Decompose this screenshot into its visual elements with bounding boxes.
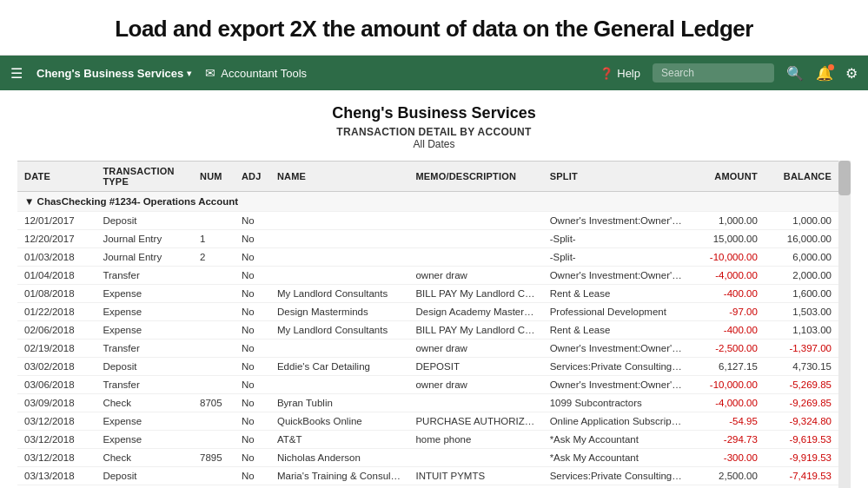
search-input[interactable]: [653, 63, 774, 82]
cell-name: [270, 340, 409, 358]
table-row[interactable]: 03/12/2018 Expense No QuickBooks Online …: [17, 412, 838, 431]
cell-split: -Split-: [543, 230, 691, 248]
table-row[interactable]: 03/12/2018 Expense No AT&T home phone *A…: [17, 431, 838, 449]
cell-date: 03/12/2018: [17, 431, 96, 449]
table-row[interactable]: 03/13/2018 Deposit No Maria's Training &…: [17, 467, 838, 485]
cell-split: *Ask My Accountant: [543, 449, 691, 467]
cell-name: Nicholas Anderson: [270, 449, 409, 467]
col-date: DATE: [17, 162, 96, 192]
cell-type: Transfer: [96, 340, 193, 358]
cell-balance: 1,000.00: [765, 212, 838, 230]
table-row[interactable]: 03/13/2018 Deposit No 1. Monthly Masterm…: [17, 485, 838, 489]
cell-amount: -400.00: [691, 285, 765, 303]
cell-date: 03/13/2018: [17, 467, 96, 485]
cell-adj: No: [235, 358, 270, 376]
cell-type: Check: [96, 394, 193, 412]
help-button[interactable]: ❓ Help: [600, 67, 640, 80]
cell-type: Expense: [96, 431, 193, 449]
cell-date: 01/08/2018: [17, 285, 96, 303]
cell-memo: INTUIT PYMTS: [408, 485, 542, 489]
cell-amount: -10,000.00: [691, 376, 765, 394]
cell-split: Services:Private Consulting M...: [543, 467, 691, 485]
cell-name: [270, 376, 409, 394]
col-type: TRANSACTION TYPE: [96, 162, 193, 192]
report-subtitle: TRANSACTION DETAIL BY ACCOUNT: [17, 126, 851, 138]
settings-icon[interactable]: ⚙: [845, 65, 858, 82]
cell-amount: -4,000.00: [691, 394, 765, 412]
nav-bar: ☰ Cheng's Business Services ▾ ✉ Accounta…: [0, 56, 868, 90]
cell-balance: 1,600.00: [765, 285, 838, 303]
group-header-row: ▼ ChasChecking #1234- Operations Account: [17, 192, 838, 212]
table-row[interactable]: 03/02/2018 Deposit No Eddie's Car Detail…: [17, 358, 838, 376]
cell-memo: owner draw: [408, 340, 542, 358]
cell-date: 03/12/2018: [17, 412, 96, 431]
cell-memo: INTUIT PYMTS: [408, 467, 542, 485]
cell-split: Services:Private Consulting M...: [543, 358, 691, 376]
col-memo: MEMO/DESCRIPTION: [408, 162, 542, 192]
vertical-scrollbar[interactable]: [838, 161, 851, 488]
cell-balance: -4,019.53: [765, 485, 838, 489]
cell-balance: -7,419.53: [765, 467, 838, 485]
hamburger-icon[interactable]: ☰: [10, 65, 23, 82]
cell-balance: 6,000.00: [765, 248, 838, 267]
cell-name: Eddie's Car Detailing: [270, 358, 409, 376]
search-icon[interactable]: 🔍: [786, 65, 804, 82]
scrollbar-thumb[interactable]: [838, 161, 851, 195]
cell-type: Expense: [96, 303, 193, 321]
cell-balance: -9,269.85: [765, 394, 838, 412]
cell-num: [193, 212, 235, 230]
cell-balance: 16,000.00: [765, 230, 838, 248]
cell-memo: BILL PAY My Landlord CONS...: [408, 321, 542, 340]
cell-type: Deposit: [96, 212, 193, 230]
table-row[interactable]: 01/03/2018 Journal Entry 2 No -Split- -1…: [17, 248, 838, 267]
cell-adj: No: [235, 285, 270, 303]
cell-split: *Ask My Accountant: [543, 431, 691, 449]
table-row[interactable]: 01/22/2018 Expense No Design Masterminds…: [17, 303, 838, 321]
cell-memo: PURCHASE AUTHORIZED O...: [408, 412, 542, 431]
cell-date: 12/20/2017: [17, 230, 96, 248]
cell-name: [270, 248, 409, 267]
table-row[interactable]: 03/06/2018 Transfer No owner draw Owner'…: [17, 376, 838, 394]
cell-type: Journal Entry: [96, 248, 193, 267]
table-row[interactable]: 03/09/2018 Check 8705 No Byran Tublin 10…: [17, 394, 838, 412]
cell-memo: owner draw: [408, 376, 542, 394]
notification-icon[interactable]: 🔔: [816, 65, 833, 82]
cell-date: 03/06/2018: [17, 376, 96, 394]
table-row[interactable]: 02/06/2018 Expense No My Landlord Consul…: [17, 321, 838, 340]
cell-amount: -10,000.00: [691, 248, 765, 267]
cell-date: 03/12/2018: [17, 449, 96, 467]
col-num: NUM: [193, 162, 235, 192]
content-area: Cheng's Business Services TRANSACTION DE…: [0, 90, 868, 488]
table-row[interactable]: 12/20/2017 Journal Entry 1 No -Split- 15…: [17, 230, 838, 248]
cell-type: Deposit: [96, 467, 193, 485]
cell-amount: 3,400.00: [691, 485, 765, 489]
cell-balance: 4,730.15: [765, 358, 838, 376]
cell-num: [193, 412, 235, 431]
table-row[interactable]: 01/08/2018 Expense No My Landlord Consul…: [17, 285, 838, 303]
cell-name: Byran Tublin: [270, 394, 409, 412]
cell-amount: 15,000.00: [691, 230, 765, 248]
cell-name: Maria's Training & Consulting: [270, 467, 409, 485]
cell-name: Design Masterminds: [270, 303, 409, 321]
question-icon: ❓: [600, 67, 613, 80]
company-name[interactable]: Cheng's Business Services ▾: [36, 67, 191, 80]
cell-num: 2: [193, 248, 235, 267]
table-row[interactable]: 01/04/2018 Transfer No owner draw Owner'…: [17, 267, 838, 285]
company-dropdown-icon: ▾: [187, 69, 191, 78]
cell-num: [193, 267, 235, 285]
accountant-tools[interactable]: ✉ Accountant Tools: [205, 66, 307, 80]
cell-date: 03/13/2018: [17, 485, 96, 489]
cell-memo: [408, 230, 542, 248]
report-header: Cheng's Business Services TRANSACTION DE…: [17, 104, 851, 150]
cell-type: Expense: [96, 285, 193, 303]
cell-memo: [408, 394, 542, 412]
cell-adj: No: [235, 321, 270, 340]
table-row[interactable]: 02/19/2018 Transfer No owner draw Owner'…: [17, 340, 838, 358]
cell-balance: -5,269.85: [765, 376, 838, 394]
cell-adj: No: [235, 340, 270, 358]
cell-amount: 2,500.00: [691, 467, 765, 485]
cell-amount: -54.95: [691, 412, 765, 431]
cell-type: Deposit: [96, 485, 193, 489]
table-row[interactable]: 12/01/2017 Deposit No Owner's Investment…: [17, 212, 838, 230]
table-row[interactable]: 03/12/2018 Check 7895 No Nicholas Anders…: [17, 449, 838, 467]
